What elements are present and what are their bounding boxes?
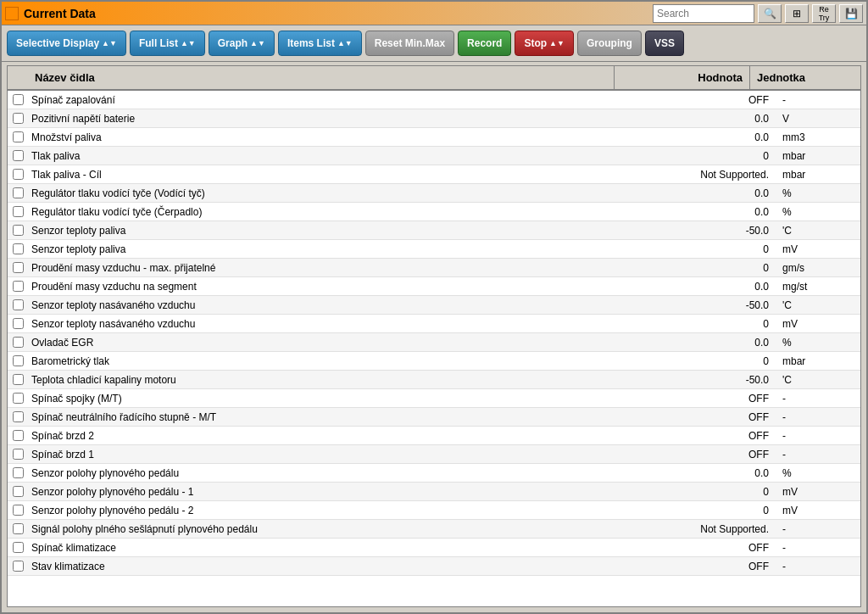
- row-checkbox-14[interactable]: [13, 355, 24, 366]
- row-sensor-name: Stav klimatizace: [28, 559, 648, 574]
- reset-minmax-button[interactable]: Reset Min.Max: [365, 31, 454, 56]
- row-sensor-value: 0.0: [648, 335, 776, 350]
- row-checkbox-21[interactable]: [13, 486, 24, 497]
- row-sensor-unit: mbar: [776, 167, 860, 182]
- full-list-label: Full List: [139, 37, 178, 49]
- layout-button[interactable]: ⊞: [785, 4, 809, 23]
- vss-button[interactable]: VSS: [645, 31, 684, 56]
- row-sensor-name: Signál polohy plného sešlápnutí plynovéh…: [28, 522, 648, 537]
- retry-button[interactable]: ReTry: [812, 4, 836, 23]
- row-checkbox-19[interactable]: [13, 449, 24, 460]
- grouping-button[interactable]: Grouping: [577, 31, 642, 56]
- row-sensor-value: OFF: [648, 410, 776, 425]
- row-checkbox-11[interactable]: [13, 299, 24, 310]
- row-sensor-value: 0: [648, 316, 776, 332]
- row-checkbox-18[interactable]: [13, 430, 24, 441]
- row-sensor-value: 0.0: [648, 186, 776, 201]
- row-sensor-value: OFF: [648, 447, 776, 462]
- row-sensor-value: 0: [648, 484, 776, 500]
- row-sensor-name: Proudění masy vzduchu na segment: [28, 279, 648, 294]
- table-row: Senzor polohy plynového pedálu - 2 0 mV: [8, 501, 860, 520]
- table-row: Tlak paliva - Cíl Not Supported. mbar: [8, 165, 860, 184]
- row-sensor-value: -50.0: [648, 223, 776, 238]
- row-checkbox-5[interactable]: [13, 187, 24, 198]
- row-checkbox-12[interactable]: [13, 318, 24, 329]
- row-sensor-unit: -: [776, 410, 860, 425]
- data-table: Název čidla Hodnota Jednotka Spínač zapa…: [7, 65, 861, 607]
- table-row: Proudění masy vzduchu na segment 0.0 mg/…: [8, 277, 860, 296]
- row-sensor-name: Tlak paliva - Cíl: [28, 167, 648, 182]
- table-row: Teplota chladicí kapaliny motoru -50.0 '…: [8, 371, 860, 389]
- table-row: Regulátor tlaku vodící tyče (Čerpadlo) 0…: [8, 203, 860, 221]
- table-row: Spínač klimatizace OFF -: [8, 539, 860, 557]
- row-sensor-value: OFF: [648, 428, 776, 444]
- table-row: Signál polohy plného sešlápnutí plynovéh…: [8, 520, 860, 539]
- record-button[interactable]: Record: [458, 31, 511, 56]
- row-sensor-name: Proudění masy vzduchu - max. přijatelné: [28, 260, 648, 276]
- row-checkbox-0[interactable]: [13, 94, 24, 105]
- row-checkbox-9[interactable]: [13, 262, 24, 273]
- table-row: Tlak paliva 0 mbar: [8, 147, 860, 165]
- row-checkbox-2[interactable]: [13, 131, 24, 142]
- items-list-arrow: ▲▼: [337, 39, 353, 47]
- row-checkbox-1[interactable]: [13, 113, 24, 124]
- full-list-button[interactable]: Full List ▲▼: [130, 31, 205, 56]
- selective-display-button[interactable]: Selective Display ▲▼: [7, 31, 126, 56]
- table-row: Senzor teploty nasávaného vzduchu -50.0 …: [8, 296, 860, 315]
- row-sensor-unit: -: [776, 92, 860, 108]
- save-title-button[interactable]: 💾: [839, 4, 863, 23]
- selective-display-arrow: ▲▼: [102, 39, 117, 47]
- row-sensor-value: 0: [648, 260, 776, 276]
- row-checkbox-15[interactable]: [13, 374, 24, 385]
- table-row: Ovladač EGR 0.0 %: [8, 333, 860, 352]
- row-checkbox-cell: [8, 318, 28, 329]
- stop-button[interactable]: Stop ▲▼: [515, 31, 574, 56]
- row-sensor-name: Pozitivní napětí baterie: [28, 111, 648, 126]
- row-checkbox-cell: [8, 374, 28, 385]
- graph-button[interactable]: Graph ▲▼: [209, 31, 275, 56]
- row-sensor-unit: gm/s: [776, 260, 860, 276]
- row-sensor-name: Senzor teploty nasávaného vzduchu: [28, 298, 648, 313]
- column-header-value: Hodnota: [615, 66, 750, 89]
- row-sensor-name: Spínač spojky (M/T): [28, 391, 648, 406]
- row-checkbox-cell: [8, 113, 28, 124]
- row-checkbox-23[interactable]: [13, 523, 24, 534]
- table-row: Stav klimatizace OFF -: [8, 557, 860, 576]
- row-sensor-unit: 'C: [776, 223, 860, 238]
- search-button[interactable]: 🔍: [758, 4, 782, 23]
- row-sensor-unit: -: [776, 391, 860, 406]
- row-sensor-unit: V: [776, 111, 860, 126]
- items-list-button[interactable]: Items List ▲▼: [278, 31, 362, 56]
- row-checkbox-6[interactable]: [13, 206, 24, 217]
- row-checkbox-20[interactable]: [13, 467, 24, 478]
- row-checkbox-22[interactable]: [13, 505, 24, 516]
- search-input[interactable]: [653, 4, 754, 23]
- row-checkbox-cell: [8, 281, 28, 292]
- row-sensor-unit: 'C: [776, 372, 860, 388]
- row-checkbox-cell: [8, 169, 28, 180]
- table-header: Název čidla Hodnota Jednotka: [8, 66, 860, 91]
- row-sensor-name: Ovladač EGR: [28, 335, 648, 350]
- record-label: Record: [467, 37, 502, 49]
- row-checkbox-24[interactable]: [13, 542, 24, 553]
- row-checkbox-25[interactable]: [13, 561, 24, 572]
- stop-label: Stop: [524, 37, 547, 49]
- row-checkbox-17[interactable]: [13, 411, 24, 422]
- window-title: Current Data: [24, 7, 96, 20]
- row-checkbox-13[interactable]: [13, 337, 24, 348]
- row-checkbox-cell: [8, 411, 28, 422]
- row-checkbox-16[interactable]: [13, 393, 24, 404]
- title-bar-left: Current Data: [5, 7, 96, 20]
- row-checkbox-cell: [8, 430, 28, 441]
- row-sensor-unit: 'C: [776, 298, 860, 313]
- row-checkbox-8[interactable]: [13, 243, 24, 254]
- row-checkbox-3[interactable]: [13, 150, 24, 161]
- full-list-arrow: ▲▼: [181, 39, 196, 47]
- row-checkbox-4[interactable]: [13, 169, 24, 180]
- row-sensor-unit: -: [776, 559, 860, 574]
- row-checkbox-10[interactable]: [13, 281, 24, 292]
- row-sensor-unit: -: [776, 428, 860, 444]
- row-checkbox-7[interactable]: [13, 225, 24, 236]
- row-sensor-name: Spínač zapalování: [28, 92, 648, 108]
- row-sensor-value: 0: [648, 354, 776, 369]
